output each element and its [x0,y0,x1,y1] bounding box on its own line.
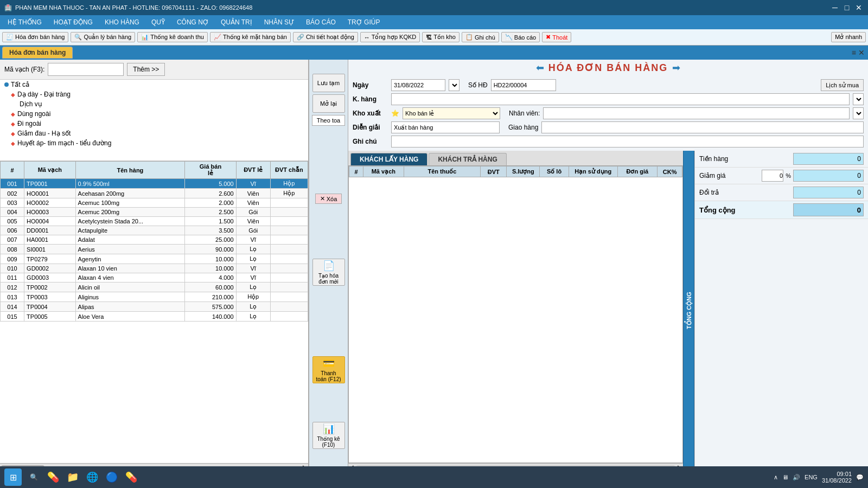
thanh-toan-label: Thanhtoán (F12) [316,370,341,382]
toolbar-chi-tiet[interactable]: 🔗 Chi tiết hoạt động [293,32,358,42]
menu-nhan-su[interactable]: NHÂN SỰ [259,17,299,27]
table-row[interactable]: 001 TP0001 0.9% 500ml 5.000 Vĩ Hộp [1,179,308,189]
tree-item-giam-dau[interactable]: ◆ Giảm đau - Hạ sốt [0,129,308,138]
search-input[interactable] [48,63,124,76]
tree-item-dung-ngoai[interactable]: ◆ Dùng ngoài [0,109,308,119]
tab-close-button[interactable]: ✕ [858,48,865,57]
menu-hoat-dong[interactable]: HOẠT ĐỘNG [48,17,98,27]
table-row[interactable]: 010 GD0002 Alaxan 10 vien 10.000 Vĩ [1,264,308,273]
toolbar-ton-kho[interactable]: 🏗 Tồn kho [422,32,459,42]
windows-start-button[interactable]: ⊞ [4,468,22,486]
thanh-toan-button[interactable]: 💳 Thanhtoán (F12) [312,356,345,383]
menu-kho-hang[interactable]: KHO HÀNG [99,17,145,27]
pin-icon[interactable]: ≡ [852,48,856,57]
tab-khach-tra[interactable]: KHÁCH TRẢ HÀNG [429,153,506,165]
menu-tro-giup[interactable]: TRỢ GIÚP [342,17,386,27]
kho-xuat-select[interactable]: Kho bán lẻ [403,107,500,119]
cell-dvtle: Lọ [236,254,270,264]
toolbar-quan-ly[interactable]: 🔍 Quản lý bán hàng [71,32,135,42]
taskbar-icon-2[interactable]: 📁 [65,470,80,485]
table-row[interactable]: 009 TP0279 Agenytin 10.000 Lọ [1,254,308,264]
menu-he-thong[interactable]: HỆ THỐNG [2,17,47,27]
luu-tam-button[interactable]: Lưu tạm [312,74,345,92]
cell-code: DD0001 [24,226,76,235]
taskbar-icon-4[interactable]: 🔵 [104,470,119,485]
cell-dvtle: Gói [236,208,270,217]
menu-cong-no[interactable]: CÔNG NỢ [171,17,214,27]
so-hd-input[interactable] [491,79,556,91]
tab-khach-lay[interactable]: KHÁCH LẤY HÀNG [350,153,427,165]
tong-cong-row: Tổng cộng 0 [695,201,868,219]
theo-toa-button[interactable]: Theo toa [312,115,345,126]
tab-hoa-don[interactable]: Hóa đơn bán hàng [2,47,73,59]
nhan-vien-dropdown[interactable] [853,107,864,119]
toolbar-hoa-don[interactable]: 🧾 Hóa đơn bán hàng [2,32,68,42]
notification-icon[interactable]: 💬 [856,474,864,481]
tao-hoa-don-button[interactable]: 📄 Tạo hóađơn mới [312,259,345,286]
table-row[interactable]: 011 GD0003 Alaxan 4 vien 4.000 Vĩ [1,273,308,282]
ghi-chu-input[interactable] [391,136,864,147]
menu-quy[interactable]: QUỸ [146,17,170,27]
cell-dvtle: Lọ [236,245,270,254]
tree-item-all[interactable]: Tất cả [0,80,308,89]
toolbar-ghi-chu[interactable]: 📋 Ghi chú [462,32,499,42]
tree-item-da-day[interactable]: ◆ Dạ dày - Đại tràng [0,89,308,99]
cell-dvtle: Viên [236,217,270,226]
date-dropdown[interactable] [449,79,459,91]
toolbar-thong-ke-mhb[interactable]: 📈 Thống kê mặt hàng bán [210,32,291,42]
tree-item-dich-vu[interactable]: Dịch vụ [0,99,308,109]
table-row[interactable]: 012 TP0002 Alicin oil 60.000 Lọ [1,282,308,292]
table-row[interactable]: 004 HO0003 Acemuc 200mg 2.500 Gói [1,208,308,217]
mo-lai-button[interactable]: Mở lại [312,94,345,113]
taskbar-icon-5[interactable]: 💊 [124,470,139,485]
tree-item-huyet-ap[interactable]: ◆ Huyết áp- tim mạch - tiểu đường [0,138,308,148]
cell-name: Acehasan 200mg [75,189,185,198]
menu-bao-cao[interactable]: BÁO CÁO [301,17,341,27]
tree-item-label: Huyết áp- tim mạch - tiểu đường [17,139,111,147]
close-button[interactable]: ✕ [854,3,864,12]
giao-hang-input[interactable] [541,121,864,133]
add-button[interactable]: Thêm >> [127,63,165,76]
prev-arrow[interactable]: ⬅ [532,62,548,74]
maximize-button[interactable]: □ [842,3,852,12]
taskbar-icon-3[interactable]: 🌐 [85,470,100,485]
invoice-tabs: KHÁCH LẤY HÀNG KHÁCH TRẢ HÀNG [348,151,683,165]
khach-hang-input[interactable] [391,93,850,105]
table-row[interactable]: 007 HA0001 Adalat 25.000 Vĩ [1,235,308,245]
dien-giai-input[interactable] [391,121,500,133]
table-row[interactable]: 002 HO0001 Acehasan 200mg 2.600 Viên Hộp [1,189,308,198]
table-row[interactable]: 003 HO0002 Acemuc 100mg 2.000 Viên [1,198,308,208]
chart-icon: 📈 [214,34,221,41]
table-row[interactable]: 006 DD0001 Actapulgite 3.500 Gói [1,226,308,235]
taskbar-icon-1[interactable]: 💊 [46,470,61,485]
cell-dvtchan [270,282,308,292]
cell-name: Acetylcystein Stada 20... [75,217,185,226]
table-row[interactable]: 008 SI0001 Aerius 90.000 Lọ [1,245,308,254]
thong-ke-button[interactable]: 📊 Thống kê(F10) [312,422,345,449]
date-input[interactable] [391,79,445,91]
edge-icon: 🔵 [106,471,118,483]
taskbar-search[interactable]: 🔍 [26,470,41,485]
giam-gia-pct-input[interactable] [762,170,783,182]
nhan-vien-input[interactable] [543,107,850,119]
toolbar-thoat[interactable]: ✖ Thoát [542,32,571,42]
tree-item-label: Tất cả [11,81,29,88]
menu-quan-tri[interactable]: QUẢN TRỊ [215,17,258,27]
tree-item-di-ngoai[interactable]: ◆ Đi ngoài [0,119,308,129]
table-row[interactable]: 013 TP0003 Aliginus 210.000 Hộp [1,292,308,302]
lich-su-button[interactable]: Lịch sử mua [821,79,864,91]
table-row[interactable]: 015 TP0005 Aloe Vera 140.000 Lọ [1,312,308,322]
minimize-button[interactable]: ─ [830,3,840,12]
toolbar-thong-ke-dt[interactable]: 📊 Thống kê doanh thu [137,32,208,42]
tree-item-label: Giảm đau - Hạ sốt [17,130,71,137]
khach-hang-dropdown[interactable] [853,93,864,105]
table-row[interactable]: 014 TP0004 Alipas 575.000 Lọ [1,302,308,312]
toolbar-tong-hop[interactable]: ↔ Tổng hợp KQKD [360,32,420,42]
next-arrow[interactable]: ➡ [668,62,685,74]
toolbar-mo-nhanh[interactable]: Mở nhanh [831,32,866,42]
toolbar-bao-cao[interactable]: 📉 Báo cáo [501,32,540,42]
cell-code: TP0003 [24,292,76,302]
table-row[interactable]: 005 HO0004 Acetylcystein Stada 20... 1.5… [1,217,308,226]
xoa-button[interactable]: ✕ Xóa [315,194,342,204]
chrome-icon: 🌐 [86,471,98,483]
